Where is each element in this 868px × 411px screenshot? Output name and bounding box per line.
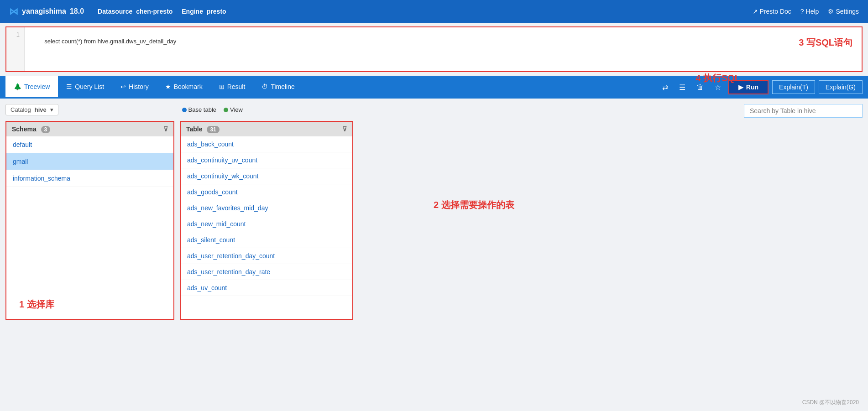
- nav-actions: ⇄ ☰ 🗑 ☆ ▶ Run Explain(T) Explain(G): [659, 80, 863, 94]
- presto-doc-link[interactable]: ↗ Presto Doc: [753, 8, 791, 15]
- sql-text: select count(*) from hive.gmall.dws_uv_d…: [44, 38, 176, 45]
- base-table-dot: [182, 108, 187, 112]
- catalog-selector[interactable]: Catalog hive ▾: [5, 104, 58, 115]
- legend: Base table View: [182, 106, 243, 113]
- explain-g-button[interactable]: Explain(G): [819, 80, 863, 94]
- annotation-run: 4 执行SQL: [695, 72, 740, 84]
- treeview-icon: 🌲: [14, 83, 21, 90]
- schema-item-default[interactable]: default: [6, 136, 173, 153]
- schema-item-gmall[interactable]: gmall: [6, 153, 173, 170]
- history-icon: ↩: [120, 83, 126, 90]
- schema-title: Schema: [12, 125, 37, 133]
- querylist-icon: ☰: [66, 83, 72, 90]
- schema-item-information-schema[interactable]: information_schema: [6, 170, 173, 187]
- catalog-label-text: Catalog: [10, 106, 31, 113]
- tab-treeview-label: Treeview: [24, 83, 50, 90]
- help-icon: ?: [800, 8, 804, 15]
- engine-value: presto: [207, 8, 226, 15]
- table-count: 31: [207, 126, 219, 133]
- swap-button[interactable]: ⇄: [659, 80, 672, 94]
- sql-editor-area: 1 select count(*) from hive.gmall.dws_uv…: [5, 26, 863, 72]
- bookmark-icon: ★: [165, 83, 171, 90]
- legend-base-table: Base table: [182, 106, 216, 113]
- main-content: Catalog hive ▾ Base table View: [0, 99, 868, 325]
- schema-panel: Schema 3 ⊽ default gmall information_sch…: [5, 121, 174, 320]
- legend-view: View: [224, 106, 243, 113]
- presto-doc-label: Presto Doc: [760, 8, 791, 15]
- table-panel-header: Table 31 ⊽: [181, 122, 352, 136]
- schema-panel-header: Schema 3 ⊽: [6, 122, 173, 136]
- line-numbers: 1: [6, 27, 25, 71]
- schema-count: 3: [41, 126, 51, 133]
- datasource-label: Datasource: [98, 8, 132, 15]
- sql-input[interactable]: select count(*) from hive.gmall.dws_uv_d…: [25, 27, 862, 71]
- settings-label: Settings: [836, 8, 859, 15]
- table-item[interactable]: ads_uv_count: [181, 280, 352, 296]
- settings-link[interactable]: ⚙ Settings: [828, 8, 859, 15]
- run-label: Run: [746, 83, 758, 91]
- table-title: Table: [186, 125, 203, 133]
- tab-result[interactable]: ⊞ Result: [211, 76, 254, 99]
- timeline-icon: ⏱: [261, 83, 268, 90]
- annotation-1: 1 选择库: [19, 298, 54, 311]
- schema-title-group: Schema 3: [12, 125, 50, 133]
- search-input[interactable]: [744, 104, 863, 118]
- table-item[interactable]: ads_continuity_wk_count: [181, 168, 352, 184]
- logo: ⋈ yanagishima 18.0: [9, 6, 84, 17]
- explain-t-button[interactable]: Explain(T): [772, 80, 815, 94]
- base-table-label: Base table: [188, 106, 216, 113]
- annotation-sql: 3 写SQL语句: [799, 36, 852, 49]
- nav-tabs: 🌲 Treeview ☰ Query List ↩ History ★ Book…: [5, 76, 303, 99]
- table-item[interactable]: ads_user_retention_day_count: [181, 248, 352, 264]
- help-label: Help: [806, 8, 819, 15]
- table-item[interactable]: ads_new_favorites_mid_day: [181, 200, 352, 216]
- tab-history[interactable]: ↩ History: [112, 76, 157, 99]
- table-item[interactable]: ads_back_count: [181, 136, 352, 152]
- line-number: 1: [11, 31, 20, 38]
- tab-bookmark[interactable]: ★ Bookmark: [157, 76, 211, 99]
- app-name: yanagishima: [22, 7, 66, 16]
- table-filter-icon[interactable]: ⊽: [342, 125, 347, 133]
- table-panel: Table 31 ⊽ ads_back_count ads_continuity…: [180, 121, 353, 320]
- schema-scroll[interactable]: default gmall information_schema: [6, 136, 173, 209]
- tab-querylist[interactable]: ☰ Query List: [58, 76, 112, 99]
- tab-querylist-label: Query List: [75, 83, 104, 90]
- top-bar-right: ↗ Presto Doc ? Help ⚙ Settings: [753, 8, 859, 15]
- datasource-info: Datasource chen-presto Engine presto: [98, 8, 226, 15]
- table-item[interactable]: ads_new_mid_count: [181, 216, 352, 232]
- external-link-icon: ↗: [753, 8, 758, 15]
- watermark: CSDN @不以物喜2020: [802, 399, 859, 406]
- left-panel: Catalog hive ▾ Base table View: [5, 104, 243, 320]
- view-dot: [224, 108, 228, 112]
- tab-bookmark-label: Bookmark: [174, 83, 203, 90]
- datasource-value: chen-presto: [136, 8, 173, 15]
- app-version: 18.0: [70, 7, 84, 16]
- engine-label: Engine: [182, 8, 203, 15]
- annotation-2: 2 选择需要操作的表: [434, 199, 514, 211]
- tab-result-label: Result: [227, 83, 246, 90]
- schema-list: default gmall information_schema: [6, 136, 173, 187]
- table-item[interactable]: ads_goods_count: [181, 184, 352, 200]
- tab-timeline[interactable]: ⏱ Timeline: [253, 76, 303, 99]
- tab-timeline-label: Timeline: [271, 83, 294, 90]
- schema-filter-icon[interactable]: ⊽: [163, 125, 168, 133]
- catalog-chevron-icon: ▾: [50, 106, 53, 113]
- table-item[interactable]: ads_user_retention_day_rate: [181, 264, 352, 280]
- play-icon: ▶: [738, 83, 743, 91]
- table-scroll[interactable]: ads_back_count ads_continuity_uv_count a…: [181, 136, 352, 319]
- tab-treeview[interactable]: 🌲 Treeview: [5, 76, 58, 99]
- table-title-group: Table 31: [186, 125, 220, 133]
- format-button[interactable]: ☰: [675, 80, 689, 94]
- table-list: ads_back_count ads_continuity_uv_count a…: [181, 136, 352, 296]
- table-item[interactable]: ads_silent_count: [181, 232, 352, 248]
- table-item[interactable]: ads_continuity_uv_count: [181, 152, 352, 168]
- top-bar: ⋈ yanagishima 18.0 Datasource chen-prest…: [0, 0, 868, 23]
- help-link[interactable]: ? Help: [800, 8, 819, 15]
- gear-icon: ⚙: [828, 8, 834, 15]
- tab-history-label: History: [129, 83, 149, 90]
- view-label: View: [230, 106, 243, 113]
- panels-row: Schema 3 ⊽ default gmall information_sch…: [5, 121, 243, 320]
- result-icon: ⊞: [219, 83, 225, 90]
- logo-icon: ⋈: [9, 6, 18, 17]
- catalog-value: hive: [35, 106, 47, 113]
